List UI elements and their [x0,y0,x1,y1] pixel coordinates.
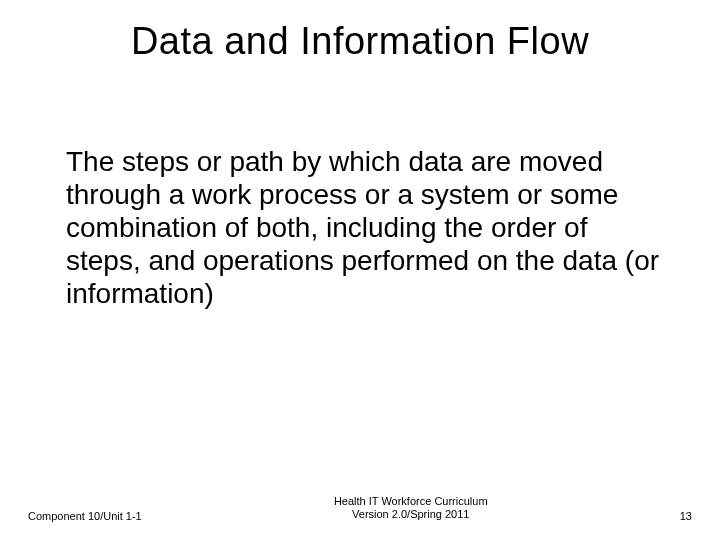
footer-center-line2: Version 2.0/Spring 2011 [334,508,488,522]
slide-footer: Component 10/Unit 1-1 Health IT Workforc… [28,495,692,523]
footer-center-line1: Health IT Workforce Curriculum [334,495,488,509]
footer-left: Component 10/Unit 1-1 [28,510,142,522]
footer-center: Health IT Workforce Curriculum Version 2… [334,495,488,523]
slide-body-text: The steps or path by which data are move… [66,145,660,310]
slide-title: Data and Information Flow [0,20,720,63]
slide: Data and Information Flow The steps or p… [0,0,720,540]
footer-page-number: 13 [680,510,692,522]
